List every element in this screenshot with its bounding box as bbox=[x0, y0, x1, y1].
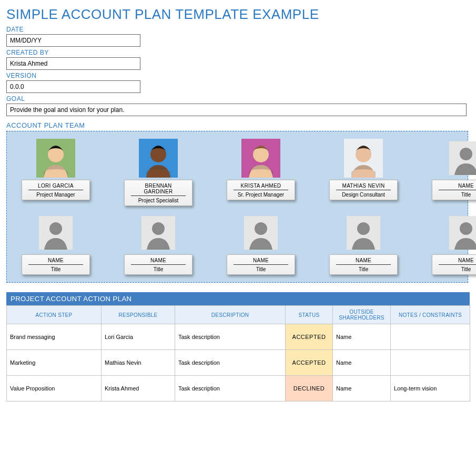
cell-shareholders: Name bbox=[333, 376, 391, 401]
name-card: NAME Title bbox=[227, 254, 295, 275]
avatar bbox=[241, 139, 280, 178]
member-name: BRENNAN GARDINER bbox=[131, 183, 186, 196]
page-title: SIMPLE ACCOUNT PLAN TEMPLATE EXAMPLE bbox=[6, 6, 470, 23]
column-header: RESPONSIBLE bbox=[102, 306, 175, 324]
team-member: NAME Title bbox=[22, 213, 90, 275]
cell-action-step: Value Proposition bbox=[7, 376, 102, 401]
cell-notes bbox=[391, 350, 470, 376]
column-header: NOTES / CONSTRAINTS bbox=[391, 306, 470, 324]
cell-shareholders: Name bbox=[333, 350, 391, 376]
cell-responsible: Mathias Nevin bbox=[102, 350, 175, 376]
table-row: Value Proposition Krista Ahmed Task desc… bbox=[7, 376, 470, 401]
table-row: Marketing Mathias Nevin Task description… bbox=[7, 350, 470, 376]
member-title: Project Manager bbox=[24, 192, 87, 198]
svg-point-15 bbox=[255, 222, 267, 235]
member-name: NAME bbox=[439, 183, 476, 190]
member-name: NAME bbox=[28, 258, 83, 265]
member-name: NAME bbox=[336, 258, 391, 265]
svg-point-9 bbox=[460, 148, 472, 160]
member-title: Title bbox=[229, 266, 292, 272]
team-member: MATHIAS NEVIN Design Consultant bbox=[329, 139, 398, 206]
version-field[interactable]: 0.0.0 bbox=[6, 80, 140, 93]
member-name: NAME bbox=[131, 258, 186, 265]
member-title: Title bbox=[24, 266, 87, 272]
cell-status: ACCEPTED bbox=[286, 350, 333, 376]
goal-label: GOAL bbox=[6, 95, 470, 102]
team-member: LORI GARCIA Project Manager bbox=[22, 139, 90, 206]
team-member: NAME Title bbox=[227, 213, 295, 275]
name-card: MATHIAS NEVIN Design Consultant bbox=[329, 180, 398, 200]
avatar bbox=[241, 213, 280, 252]
date-label: DATE bbox=[6, 26, 470, 33]
team-member: BRENNAN GARDINER Project Specialist bbox=[124, 139, 193, 206]
team-member: NAME Title bbox=[124, 213, 193, 275]
goal-field[interactable]: Provide the goal and vision for your pla… bbox=[6, 104, 467, 116]
table-row: Brand messaging Lori Garcia Task descrip… bbox=[7, 324, 470, 350]
avatar bbox=[139, 213, 178, 252]
name-card: KRISTA AHMED Sr. Project Manager bbox=[227, 180, 295, 200]
team-member: NAME Title bbox=[432, 139, 476, 206]
column-header: DESCRIPTION bbox=[175, 306, 286, 324]
date-field[interactable]: MM/DD/YY bbox=[6, 34, 140, 47]
svg-point-19 bbox=[460, 222, 472, 235]
name-card: BRENNAN GARDINER Project Specialist bbox=[124, 180, 193, 206]
column-header: STATUS bbox=[286, 306, 333, 324]
cell-description: Task description bbox=[175, 324, 286, 350]
action-plan-table: ACTION STEPRESPONSIBLEDESCRIPTIONSTATUSO… bbox=[6, 305, 470, 401]
member-title: Title bbox=[332, 266, 395, 272]
name-card: NAME Title bbox=[432, 180, 476, 200]
created-by-field[interactable]: Krista Ahmed bbox=[6, 57, 140, 70]
version-label: VERSION bbox=[6, 72, 470, 79]
member-name: LORI GARCIA bbox=[28, 183, 83, 190]
cell-action-step: Marketing bbox=[7, 350, 102, 376]
action-plan-header: PROJECT ACCOUNT ACTION PLAN bbox=[6, 292, 470, 305]
avatar bbox=[36, 139, 75, 178]
member-name: NAME bbox=[439, 258, 476, 265]
avatar bbox=[447, 139, 476, 178]
svg-point-11 bbox=[49, 222, 62, 235]
member-title: Title bbox=[127, 266, 190, 272]
member-name: NAME bbox=[234, 258, 288, 265]
cell-notes: Long-term vision bbox=[391, 376, 470, 401]
cell-notes bbox=[391, 324, 470, 350]
cell-action-step: Brand messaging bbox=[7, 324, 102, 350]
name-card: NAME Title bbox=[432, 254, 476, 275]
svg-point-17 bbox=[357, 222, 370, 235]
cell-shareholders: Name bbox=[333, 324, 391, 350]
member-title: Title bbox=[434, 266, 476, 272]
avatar bbox=[344, 213, 383, 252]
avatar bbox=[447, 213, 476, 252]
name-card: NAME Title bbox=[22, 254, 90, 275]
cell-responsible: Krista Ahmed bbox=[102, 376, 175, 401]
svg-point-13 bbox=[152, 222, 165, 235]
avatar bbox=[139, 139, 178, 178]
column-header: ACTION STEP bbox=[7, 306, 102, 324]
cell-description: Task description bbox=[175, 350, 286, 376]
cell-responsible: Lori Garcia bbox=[102, 324, 175, 350]
name-card: LORI GARCIA Project Manager bbox=[22, 180, 90, 200]
member-title: Project Specialist bbox=[127, 198, 190, 203]
member-title: Title bbox=[434, 192, 476, 198]
column-header: OUTSIDESHAREHOLDERS bbox=[333, 306, 391, 324]
member-title: Design Consultant bbox=[332, 192, 395, 198]
team-member: NAME Title bbox=[432, 213, 476, 275]
avatar bbox=[36, 213, 75, 252]
cell-description: Task description bbox=[175, 376, 286, 401]
member-title: Sr. Project Manager bbox=[229, 192, 292, 198]
member-name: MATHIAS NEVIN bbox=[336, 183, 391, 190]
team-member: NAME Title bbox=[329, 213, 398, 275]
team-section-label: ACCOUNT PLAN TEAM bbox=[6, 121, 470, 129]
avatar bbox=[344, 139, 383, 178]
team-panel: LORI GARCIA Project Manager BRENNAN GARD… bbox=[6, 131, 468, 283]
created-by-label: CREATED BY bbox=[6, 49, 470, 56]
name-card: NAME Title bbox=[329, 254, 398, 275]
team-member: KRISTA AHMED Sr. Project Manager bbox=[227, 139, 295, 206]
member-name: KRISTA AHMED bbox=[234, 183, 288, 190]
cell-status: DECLINED bbox=[286, 376, 333, 401]
cell-status: ACCEPTED bbox=[286, 324, 333, 350]
name-card: NAME Title bbox=[124, 254, 193, 275]
